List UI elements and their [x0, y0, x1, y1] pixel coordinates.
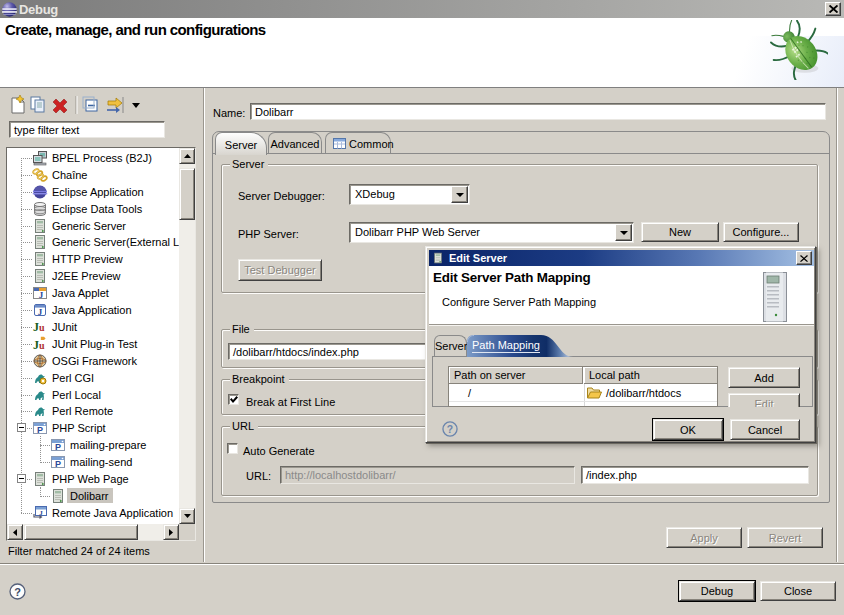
svg-text:?: ? — [447, 424, 453, 435]
svg-text:?: ? — [14, 586, 21, 598]
